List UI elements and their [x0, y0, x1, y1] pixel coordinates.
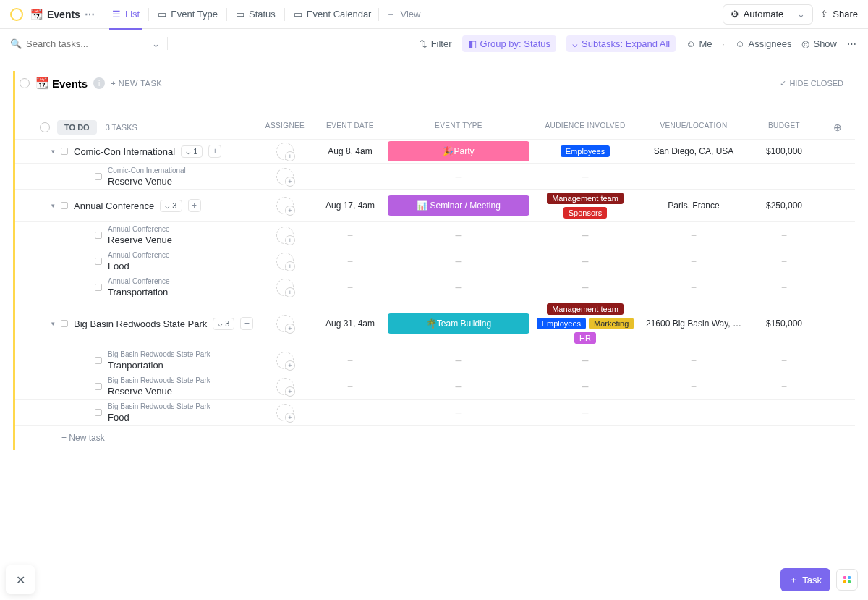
add-column-icon[interactable]: ⊕: [833, 122, 855, 133]
status-square-icon[interactable]: [61, 148, 68, 155]
audience-cell[interactable]: –: [531, 248, 639, 274]
assign-avatar-icon[interactable]: [276, 143, 294, 160]
col-budget[interactable]: BUDGET: [748, 122, 820, 133]
breadcrumb-more-icon[interactable]: ⋯: [85, 9, 95, 20]
task-name[interactable]: Annual Conference: [74, 200, 154, 211]
assignees-filter-button[interactable]: ☺Assignees: [735, 38, 791, 49]
new-task-row[interactable]: + New task: [15, 425, 855, 450]
add-subtask-button[interactable]: +: [240, 317, 253, 330]
audience-tag[interactable]: Management team: [547, 303, 624, 315]
date-cell[interactable]: –: [314, 164, 386, 189]
status-square-icon[interactable]: [95, 409, 102, 416]
automate-button[interactable]: ⚙ Automate ⌄: [723, 4, 814, 25]
audience-cell[interactable]: –: [531, 274, 639, 300]
type-cell[interactable]: –: [386, 373, 531, 399]
caret-down-icon[interactable]: ▾: [51, 202, 55, 209]
audience-cell[interactable]: –: [531, 400, 639, 425]
chevron-down-icon[interactable]: ⌄: [791, 9, 805, 20]
subtasks-button[interactable]: ⌵Subtasks: Expand All: [566, 35, 676, 52]
audience-cell[interactable]: –: [531, 222, 639, 248]
audience-tag[interactable]: Employees: [561, 145, 610, 157]
budget-cell[interactable]: –: [748, 400, 820, 425]
status-pill[interactable]: TO DO: [57, 120, 97, 135]
search-input-wrap[interactable]: 🔍 ⌄: [10, 38, 160, 49]
audience-cell[interactable]: –: [531, 347, 639, 373]
subtask-count-badge[interactable]: ⌵ 3: [160, 200, 182, 212]
subtask-name[interactable]: Reserve Venue: [108, 234, 172, 245]
subtask-row[interactable]: Annual ConferenceReserve Venue–––––: [15, 221, 855, 248]
assign-avatar-icon[interactable]: [276, 315, 294, 332]
col-event-type[interactable]: EVENT TYPE: [386, 122, 531, 133]
audience-cell[interactable]: –: [531, 373, 639, 399]
add-subtask-button[interactable]: +: [208, 145, 221, 158]
subtask-name[interactable]: Reserve Venue: [108, 176, 186, 187]
venue-cell[interactable]: –: [639, 400, 748, 425]
type-cell[interactable]: –: [386, 248, 531, 274]
assign-avatar-icon[interactable]: [276, 168, 294, 185]
event-type-pill[interactable]: 🎉Party: [388, 141, 529, 161]
venue-cell[interactable]: 21600 Big Basin Way, …: [639, 300, 748, 347]
show-button[interactable]: ◎Show: [801, 38, 837, 49]
venue-cell[interactable]: –: [639, 164, 748, 189]
event-type-pill[interactable]: 🌴Team Building: [388, 313, 529, 334]
status-circle-icon[interactable]: [40, 122, 50, 132]
type-cell[interactable]: –: [386, 347, 531, 373]
date-cell[interactable]: –: [314, 248, 386, 274]
subtask-name[interactable]: Food: [108, 261, 170, 271]
type-cell[interactable]: –: [386, 222, 531, 248]
add-subtask-button[interactable]: +: [188, 199, 201, 212]
filter-button[interactable]: ⇅Filter: [420, 38, 452, 49]
budget-cell[interactable]: $250,000: [748, 190, 820, 221]
subtask-count-badge[interactable]: ⌵ 1: [181, 145, 203, 158]
budget-cell[interactable]: $100,000: [748, 140, 820, 163]
audience-tag[interactable]: Management team: [547, 193, 624, 204]
assign-avatar-icon[interactable]: [276, 227, 294, 244]
audience-cell[interactable]: Management teamEmployeesMarketingHR: [531, 300, 639, 347]
task-name[interactable]: Comic-Con International: [74, 146, 175, 157]
venue-cell[interactable]: –: [639, 248, 748, 274]
assign-avatar-icon[interactable]: [276, 253, 294, 270]
status-square-icon[interactable]: [61, 320, 68, 327]
venue-cell[interactable]: –: [639, 274, 748, 300]
subtask-count-badge[interactable]: ⌵ 3: [213, 318, 234, 330]
venue-cell[interactable]: –: [639, 222, 748, 248]
close-panel-button[interactable]: ✕: [6, 565, 35, 594]
budget-cell[interactable]: $150,000: [748, 300, 820, 347]
add-view-button[interactable]: ＋ View: [379, 8, 427, 21]
col-venue[interactable]: VENUE/LOCATION: [639, 122, 748, 133]
assign-avatar-icon[interactable]: [276, 352, 294, 369]
assign-avatar-icon[interactable]: [276, 197, 294, 214]
venue-cell[interactable]: Paris, France: [639, 190, 748, 221]
subtask-row[interactable]: Big Basin Redwoods State ParkReserve Ven…: [15, 373, 855, 399]
audience-tag[interactable]: HR: [574, 332, 596, 344]
status-square-icon[interactable]: [61, 202, 68, 209]
task-row[interactable]: ▾Annual Conference⌵ 3+Aug 17, 4am📊 Semin…: [15, 189, 855, 221]
status-square-icon[interactable]: [95, 357, 102, 364]
task-name[interactable]: Big Basin Redwoods State Park: [74, 318, 207, 329]
chevron-down-icon[interactable]: ⌄: [152, 38, 160, 49]
subtask-row[interactable]: Big Basin Redwoods State ParkTranportati…: [15, 347, 855, 373]
more-icon[interactable]: ⋯: [847, 38, 858, 49]
me-filter-button[interactable]: ☺Me: [686, 38, 712, 49]
status-square-icon[interactable]: [95, 284, 102, 291]
audience-tag[interactable]: Marketing: [589, 318, 634, 329]
status-square-icon[interactable]: [95, 383, 102, 390]
col-assignee[interactable]: ASSIGNEE: [256, 122, 314, 133]
date-cell[interactable]: Aug 17, 4am: [314, 190, 386, 221]
audience-tag[interactable]: Sponsors: [563, 207, 607, 219]
tab-status[interactable]: ▭Status: [229, 0, 283, 29]
date-cell[interactable]: –: [314, 274, 386, 300]
apps-button[interactable]: [836, 569, 858, 591]
assign-avatar-icon[interactable]: [276, 279, 294, 296]
type-cell[interactable]: –: [386, 274, 531, 300]
subtask-row[interactable]: Big Basin Redwoods State ParkFood–––––: [15, 399, 855, 425]
date-cell[interactable]: –: [314, 373, 386, 399]
budget-cell[interactable]: –: [748, 274, 820, 300]
info-icon[interactable]: i: [93, 77, 105, 89]
tab-list[interactable]: ☰List: [105, 0, 147, 29]
subtask-name[interactable]: Food: [108, 412, 210, 423]
tab-event-calendar[interactable]: ▭Event Calendar: [286, 0, 379, 29]
hide-closed-button[interactable]: ✓ HIDE CLOSED: [780, 79, 843, 88]
date-cell[interactable]: –: [314, 400, 386, 425]
status-square-icon[interactable]: [95, 232, 102, 239]
